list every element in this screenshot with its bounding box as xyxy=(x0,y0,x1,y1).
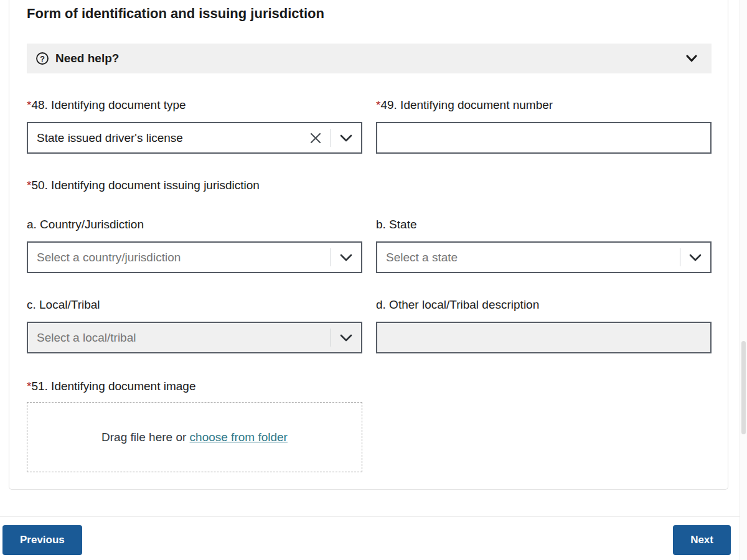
field-50c-label: c. Local/Tribal xyxy=(27,297,362,312)
row-country-state: a. Country/Jurisdiction Select a country… xyxy=(27,217,712,273)
field-48-label: *48. Identifying document type xyxy=(27,98,362,113)
chevron-down-icon xyxy=(331,323,361,352)
scrollbar-thumb[interactable] xyxy=(741,341,746,434)
identifying-document-type-combobox[interactable]: State issued driver's license xyxy=(27,122,362,154)
choose-from-folder-link[interactable]: choose from folder xyxy=(190,431,288,444)
field-50a-label: a. Country/Jurisdiction xyxy=(27,217,362,232)
combobox-selected-value: State issued driver's license xyxy=(37,131,301,145)
country-jurisdiction-select[interactable]: Select a country/jurisdiction xyxy=(27,241,362,273)
need-help-accordion[interactable]: ? Need help? xyxy=(27,44,712,73)
field-51-label: *51. Identifying document image xyxy=(27,379,712,394)
row-upload: Drag file here or choose from folder xyxy=(27,394,712,472)
next-button[interactable]: Next xyxy=(673,525,731,555)
dropzone-text: Drag file here or xyxy=(101,431,190,444)
chevron-down-icon[interactable] xyxy=(680,243,710,272)
field-50b-label: b. State xyxy=(376,217,712,232)
field-49: *49. Identifying document number xyxy=(376,98,712,154)
field-48: *48. Identifying document type State iss… xyxy=(27,98,362,154)
field-50c: c. Local/Tribal Select a local/tribal xyxy=(27,297,362,353)
page-title: Form of identification and issuing juris… xyxy=(27,5,712,22)
field-50b: b. State Select a state xyxy=(376,217,712,273)
identifying-document-dropzone[interactable]: Drag file here or choose from folder xyxy=(27,402,362,472)
state-select[interactable]: Select a state xyxy=(376,241,712,273)
field-50d: d. Other local/Tribal description xyxy=(376,297,712,353)
field-50a: a. Country/Jurisdiction Select a country… xyxy=(27,217,362,273)
clear-x-icon[interactable] xyxy=(301,123,331,152)
form-section-card: Form of identification and issuing juris… xyxy=(9,0,728,490)
select-placeholder: Select a country/jurisdiction xyxy=(37,251,331,264)
identifying-document-number-input[interactable] xyxy=(376,122,712,154)
field-50-label: *50. Identifying document issuing jurisd… xyxy=(27,178,712,193)
field-49-label: *49. Identifying document number xyxy=(376,98,712,113)
svg-text:?: ? xyxy=(40,55,45,63)
chevron-down-icon[interactable] xyxy=(331,243,361,272)
chevron-down-icon[interactable] xyxy=(685,54,698,63)
select-placeholder: Select a local/tribal xyxy=(37,331,331,345)
chevron-down-icon[interactable] xyxy=(331,123,361,152)
vertical-scrollbar[interactable] xyxy=(740,0,747,560)
select-placeholder: Select a state xyxy=(386,251,680,264)
row-48-49: *48. Identifying document type State iss… xyxy=(27,98,712,154)
local-tribal-select: Select a local/tribal xyxy=(27,322,362,353)
form-footer: Previous Next xyxy=(0,516,740,555)
other-local-tribal-description-input xyxy=(376,322,712,353)
need-help-label: Need help? xyxy=(55,52,119,65)
field-50d-label: d. Other local/Tribal description xyxy=(376,297,712,312)
previous-button[interactable]: Previous xyxy=(2,525,82,555)
question-circle-icon: ? xyxy=(35,52,49,65)
row-local-tribal: c. Local/Tribal Select a local/tribal d.… xyxy=(27,297,712,353)
